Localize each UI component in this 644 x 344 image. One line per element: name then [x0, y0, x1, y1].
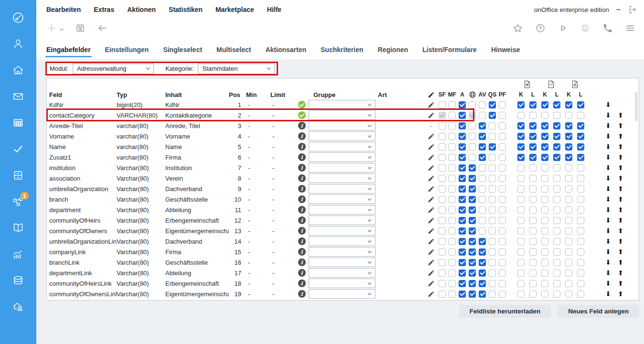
checkbox-globe[interactable] — [467, 183, 477, 194]
checkbox-k-word[interactable] — [517, 269, 525, 277]
checkbox-l-code[interactable] — [553, 217, 560, 224]
checkbox-k-code[interactable] — [539, 236, 551, 247]
checkbox-l-code[interactable] — [553, 290, 560, 298]
checkbox-l-word[interactable] — [527, 226, 539, 236]
menu-aktionen[interactable]: Aktionen — [127, 6, 156, 13]
checkbox-a[interactable] — [457, 247, 467, 257]
checkbox-qs-checked[interactable] — [489, 101, 496, 108]
checkbox-k-pdf[interactable] — [565, 185, 572, 193]
checkbox-k-word[interactable] — [515, 194, 527, 204]
checkbox-l-word[interactable] — [529, 238, 537, 245]
checkbox-globe[interactable] — [467, 131, 477, 141]
tab-eingabefelder[interactable]: Eingabefelder — [46, 46, 91, 54]
checkbox-qs[interactable] — [487, 226, 497, 236]
checkbox-a-checked[interactable] — [459, 143, 466, 150]
checkbox-pf[interactable] — [499, 248, 506, 256]
move-up-button[interactable]: ⬆ — [614, 257, 627, 268]
checkbox-l-pdf[interactable] — [575, 110, 587, 120]
move-down-button[interactable]: ⬇ — [602, 215, 614, 226]
checkbox-mf[interactable] — [449, 217, 456, 224]
checkbox-k-word-checked[interactable] — [517, 101, 525, 108]
email-icon[interactable] — [12, 90, 24, 103]
checkbox-k-word[interactable] — [517, 112, 525, 119]
menu-hilfe[interactable]: Hilfe — [267, 6, 281, 13]
checkbox-a[interactable] — [457, 236, 467, 247]
checkbox-mf[interactable] — [447, 215, 457, 226]
checkbox-l-word[interactable] — [529, 269, 537, 277]
checkbox-av[interactable] — [477, 183, 487, 194]
move-up-button[interactable]: ⬆ — [614, 162, 627, 173]
checkbox-l-pdf[interactable] — [575, 173, 587, 183]
checkbox-globe[interactable] — [469, 133, 476, 140]
edit-button[interactable] — [425, 183, 437, 194]
checkbox-sf[interactable] — [439, 196, 446, 203]
checkbox-k-word[interactable] — [517, 175, 525, 182]
checkbox-k-word[interactable] — [517, 238, 525, 245]
checkbox-sf[interactable] — [439, 290, 446, 298]
checkbox-k-word-checked[interactable] — [517, 122, 525, 129]
checkbox-k-code-checked[interactable] — [541, 143, 548, 150]
checkbox-k-word[interactable] — [515, 152, 527, 162]
minimize-button[interactable]: – — [616, 6, 621, 13]
checkbox-k-code-checked[interactable] — [541, 133, 548, 140]
checkbox-globe[interactable] — [467, 236, 477, 247]
checkbox-qs[interactable] — [489, 133, 496, 140]
checkbox-pf[interactable] — [497, 215, 507, 226]
checkbox-l-word[interactable] — [527, 257, 539, 268]
checkbox-a[interactable] — [457, 152, 467, 162]
checkbox-qs[interactable] — [487, 204, 497, 215]
gruppe-select[interactable] — [309, 226, 376, 236]
checkbox-globe[interactable] — [469, 154, 476, 161]
move-up-button[interactable]: ⬆ — [614, 226, 627, 236]
checkbox-av-checked[interactable] — [479, 280, 486, 287]
tab-listen-formulare[interactable]: Listen/Formulare — [422, 46, 477, 54]
checkbox-k-pdf[interactable] — [563, 152, 575, 162]
download-fieldlist-button[interactable]: Feldliste herunterladen — [459, 305, 551, 318]
checkbox-l-pdf[interactable] — [575, 194, 587, 204]
checkbox-mf[interactable] — [447, 120, 457, 131]
gruppe-select[interactable] — [309, 173, 376, 183]
checkbox-l-code[interactable] — [551, 162, 563, 173]
print-icon[interactable] — [580, 23, 590, 33]
onoffice-logo-icon[interactable] — [12, 11, 24, 24]
gruppe-select[interactable] — [309, 110, 376, 120]
checkbox-a[interactable] — [457, 173, 467, 183]
checkbox-mf[interactable] — [447, 247, 457, 257]
checkbox-qs[interactable] — [489, 154, 496, 161]
move-up-button[interactable]: ⬆ — [614, 247, 627, 257]
checkbox-l-word[interactable] — [529, 175, 537, 182]
checkbox-mf[interactable] — [447, 236, 457, 247]
checkbox-a-checked[interactable] — [459, 227, 466, 235]
checkbox-qs[interactable] — [489, 227, 496, 235]
checkbox-a[interactable] — [457, 268, 467, 278]
checkbox-k-word[interactable] — [515, 162, 527, 173]
checkbox-pf[interactable] — [497, 99, 507, 110]
checkbox-k-code[interactable] — [541, 238, 548, 245]
checkbox-mf[interactable] — [449, 227, 456, 235]
checkbox-l-code[interactable] — [553, 248, 560, 256]
checkbox-pf[interactable] — [499, 227, 506, 235]
checkbox-mf[interactable] — [447, 226, 457, 236]
checkbox-l-code[interactable] — [551, 141, 563, 152]
checkbox-k-code[interactable] — [539, 162, 551, 173]
checkbox-pf[interactable] — [497, 194, 507, 204]
back-arrow-icon[interactable] — [97, 23, 107, 33]
checkbox-a-checked[interactable] — [459, 154, 466, 161]
checkbox-av[interactable] — [477, 162, 487, 173]
move-up-button[interactable]: ⬆ — [614, 152, 627, 162]
checkbox-l-pdf[interactable] — [577, 238, 584, 245]
checkbox-sf[interactable] — [439, 175, 446, 182]
checkbox-l-word[interactable] — [529, 164, 537, 172]
checkbox-l-code[interactable] — [553, 206, 560, 214]
gruppe-select[interactable] — [309, 247, 376, 257]
edit-button[interactable] — [425, 247, 437, 257]
checkbox-globe-checked[interactable] — [469, 238, 476, 245]
checkbox-qs[interactable] — [487, 194, 497, 204]
checkbox-a-checked[interactable] — [459, 259, 466, 266]
kategorie-select[interactable]: Stammdaten — [198, 64, 275, 74]
checkbox-k-code[interactable] — [539, 173, 551, 183]
move-down-button[interactable]: ⬇ — [602, 152, 614, 162]
checkbox-l-pdf[interactable] — [577, 196, 584, 203]
checkbox-k-word[interactable] — [517, 217, 525, 224]
checkbox-av[interactable] — [477, 236, 487, 247]
